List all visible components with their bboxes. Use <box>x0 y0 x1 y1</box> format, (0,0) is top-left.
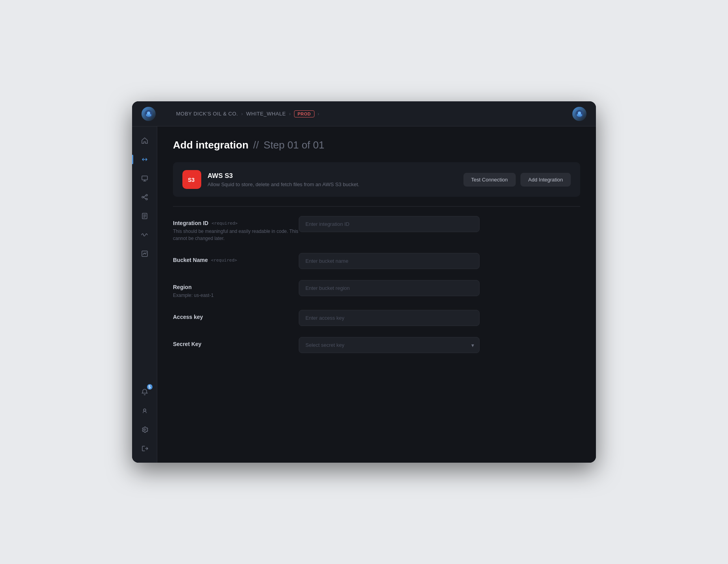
input-section-bucket-name <box>299 253 580 269</box>
form-row-access-key: Access key <box>173 310 580 326</box>
page-step-separator: // <box>253 139 259 151</box>
page-header: Add integration // Step 01 of 01 <box>173 139 580 151</box>
integration-actions: Test Connection Add Integration <box>463 173 571 187</box>
topbar-left: MOBY DICK'S OIL & CO. › WHITE_WHALE › pr… <box>142 107 320 121</box>
sidebar-item-settings[interactable] <box>137 422 153 438</box>
breadcrumb-sep-3: › <box>318 111 320 117</box>
form-label-access-key: Access key <box>173 310 299 322</box>
svg-point-9 <box>146 198 147 200</box>
form-label-bucket-name: Bucket Name <required> <box>173 253 299 265</box>
integration-description: Allow Squid to store, delete and fetch f… <box>208 181 359 187</box>
sidebar: 5 <box>132 126 157 463</box>
page-step: Step 01 of 01 <box>264 139 325 151</box>
sidebar-item-docs[interactable] <box>137 208 153 224</box>
input-section-secret-key: Select secret key ▾ <box>299 337 580 353</box>
input-section-access-key <box>299 310 580 326</box>
sidebar-item-chart[interactable] <box>137 246 153 262</box>
sidebar-item-profile[interactable] <box>137 403 153 419</box>
sidebar-item-wave[interactable] <box>137 227 153 243</box>
form-label-integration-id: Integration ID <required> This should be… <box>173 216 299 242</box>
label-integration-id: Integration ID <required> <box>173 220 299 226</box>
svg-point-12 <box>143 409 146 411</box>
svg-point-8 <box>146 194 147 196</box>
notification-badge: 5 <box>146 383 153 390</box>
input-section-integration-id <box>299 216 580 232</box>
breadcrumb-sep-1: › <box>241 111 243 117</box>
hint-integration-id: This should be meaningful and easily rea… <box>173 228 299 242</box>
input-section-region <box>299 280 580 296</box>
integration-info: S3 AWS S3 Allow Squid to store, delete a… <box>182 170 359 189</box>
sidebar-item-integrations[interactable] <box>137 152 153 167</box>
hint-region: Example: us-east-1 <box>173 292 299 299</box>
app-logo <box>142 107 156 121</box>
sidebar-item-notifications[interactable]: 5 <box>137 384 153 400</box>
region-input[interactable] <box>299 280 480 296</box>
sidebar-item-home[interactable] <box>137 133 153 148</box>
app-window: MOBY DICK'S OIL & CO. › WHITE_WHALE › pr… <box>132 101 596 463</box>
integration-icon: S3 <box>182 170 201 189</box>
integration-card: S3 AWS S3 Allow Squid to store, delete a… <box>173 162 580 197</box>
sidebar-item-logout[interactable] <box>137 441 153 456</box>
select-wrapper-secret-key: Select secret key ▾ <box>299 337 480 353</box>
form-label-region: Region Example: us-east-1 <box>173 280 299 299</box>
label-access-key: Access key <box>173 314 299 320</box>
integration-name: AWS S3 <box>208 172 359 180</box>
svg-point-7 <box>142 196 143 198</box>
form-label-secret-key: Secret Key <box>173 337 299 349</box>
label-bucket-name: Bucket Name <required> <box>173 257 299 263</box>
svg-point-2 <box>147 112 150 115</box>
breadcrumb: MOBY DICK'S OIL & CO. › WHITE_WHALE › pr… <box>176 110 320 117</box>
sidebar-item-graph[interactable] <box>137 189 153 205</box>
user-avatar[interactable] <box>572 107 586 121</box>
integration-text: AWS S3 Allow Squid to store, delete and … <box>208 172 359 187</box>
main-layout: 5 <box>132 126 596 463</box>
form-row-region: Region Example: us-east-1 <box>173 280 580 299</box>
breadcrumb-workspace: WHITE_WHALE <box>246 111 286 117</box>
form-divider <box>173 206 580 207</box>
required-tag-bucket-name: <required> <box>211 258 237 263</box>
integration-form: Integration ID <required> This should be… <box>173 216 580 353</box>
label-secret-key: Secret Key <box>173 341 299 347</box>
secret-key-select[interactable]: Select secret key <box>299 337 480 353</box>
test-connection-button[interactable]: Test Connection <box>463 173 516 187</box>
sidebar-item-monitor[interactable] <box>137 170 153 186</box>
form-row-secret-key: Secret Key Select secret key ▾ <box>173 337 580 353</box>
required-tag-integration-id: <required> <box>211 221 237 226</box>
breadcrumb-company: MOBY DICK'S OIL & CO. <box>176 111 238 117</box>
bucket-name-input[interactable] <box>299 253 480 269</box>
integration-id-input[interactable] <box>299 216 480 232</box>
form-row-bucket-name: Bucket Name <required> <box>173 253 580 269</box>
svg-rect-6 <box>142 176 147 180</box>
topbar: MOBY DICK'S OIL & CO. › WHITE_WHALE › pr… <box>132 101 596 126</box>
svg-point-5 <box>578 112 581 115</box>
add-integration-button[interactable]: Add Integration <box>520 173 571 187</box>
breadcrumb-sep-2: › <box>289 111 291 117</box>
sidebar-top <box>137 133 153 384</box>
access-key-input[interactable] <box>299 310 480 326</box>
svg-text:S3: S3 <box>188 177 195 183</box>
page-title: Add integration <box>173 139 248 151</box>
form-row-integration-id: Integration ID <required> This should be… <box>173 216 580 242</box>
breadcrumb-env-badge: prod <box>294 110 314 117</box>
label-region: Region <box>173 284 299 290</box>
main-content: Add integration // Step 01 of 01 S3 AWS … <box>157 126 596 463</box>
sidebar-bottom: 5 <box>137 384 153 456</box>
